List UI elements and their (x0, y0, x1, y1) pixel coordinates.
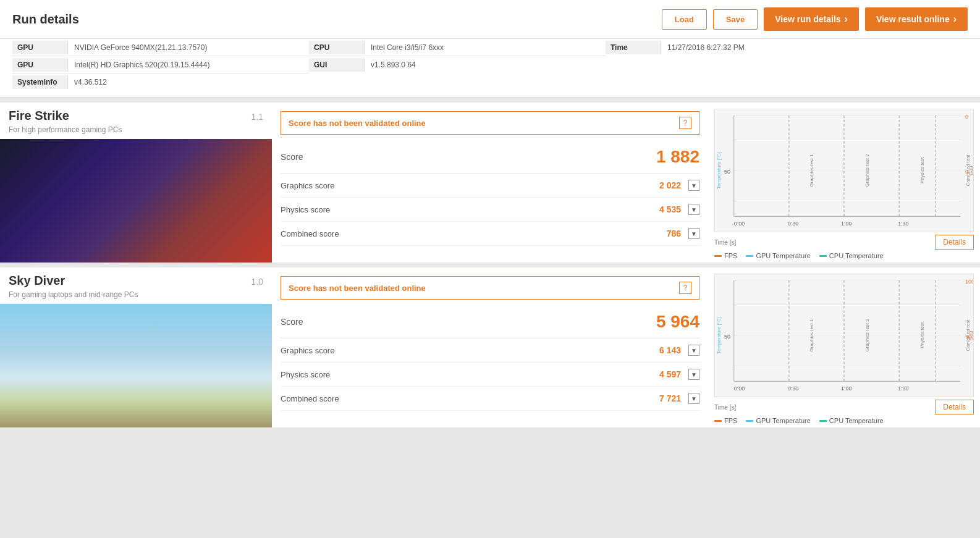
view-run-details-button[interactable]: View run details › (764, 7, 859, 31)
svg-text:Graphics test 2: Graphics test 2 (864, 154, 870, 187)
score-row-right: 2 022 ▼ (659, 180, 699, 191)
score-question-mark[interactable]: ? (679, 282, 691, 294)
svg-text:Graphics test 1: Graphics test 1 (809, 319, 815, 352)
bench-version-skydiver: 1.0 (251, 277, 263, 287)
legend-color (714, 255, 722, 257)
sysinfo-col-1: GPUNVIDIA GeForce 940MX(21.21.13.7570)GP… (12, 39, 309, 91)
save-button[interactable]: Save (713, 9, 758, 30)
legend-label: GPU Temperature (756, 417, 810, 424)
legend-item: CPU Temperature (819, 252, 884, 259)
page-title: Run details (12, 12, 662, 27)
legend-label: FPS (724, 252, 737, 259)
legend-item: FPS (714, 252, 737, 259)
score-row-label: Physics score (281, 370, 330, 379)
sysinfo-value: v4.36.512 (68, 75, 113, 89)
view-result-online-button[interactable]: View result online › (865, 7, 968, 31)
bench-image-skydiver (0, 304, 272, 427)
legend-color (746, 255, 753, 257)
legend-item: FPS (714, 417, 737, 424)
svg-text:0:30: 0:30 (788, 385, 798, 392)
sysinfo-key: Time (606, 41, 661, 54)
score-row-label: Physics score (281, 205, 330, 214)
score-validation-text: Score has not been validated online (289, 284, 426, 293)
chart-svg-firestrike: Graphics test 1 Graphics test 2 Physics … (715, 109, 973, 232)
score-not-validated-skydiver: Score has not been validated online ? (281, 276, 699, 300)
system-info: GPUNVIDIA GeForce 940MX(21.21.13.7570)GP… (0, 39, 980, 98)
score-question-mark[interactable]: ? (679, 117, 691, 129)
score-expand-button[interactable]: ▼ (688, 393, 699, 404)
benchmark-section-firestrike: Fire Strike 1.1 For high performance gam… (0, 103, 980, 263)
sysinfo-grid: GPUNVIDIA GeForce 940MX(21.21.13.7570)GP… (12, 39, 968, 91)
svg-text:Temperature [°C]: Temperature [°C] (716, 317, 722, 354)
bench-chart-panel-firestrike: Graphics test 1 Graphics test 2 Physics … (708, 103, 980, 263)
svg-text:Graphics test 2: Graphics test 2 (864, 319, 870, 351)
score-row-right: 6 143 ▼ (659, 345, 699, 356)
svg-text:1:30: 1:30 (898, 385, 908, 392)
sysinfo-value: Intel(R) HD Graphics 520(20.19.15.4444) (68, 58, 216, 72)
details-button-firestrike[interactable]: Details (935, 235, 974, 250)
sysinfo-row: SystemInfov4.36.512 (12, 74, 309, 91)
score-row: Combined score 7 721 ▼ (281, 387, 699, 411)
details-button-skydiver[interactable]: Details (935, 400, 974, 414)
sysinfo-value: NVIDIA GeForce 940MX(21.21.13.7570) (68, 41, 213, 54)
score-expand-button[interactable]: ▼ (688, 180, 699, 191)
sysinfo-row: GPUNVIDIA GeForce 940MX(21.21.13.7570) (12, 39, 309, 56)
svg-text:Physics test: Physics test (919, 322, 925, 348)
score-row-label: Combined score (281, 229, 339, 238)
sysinfo-value: 11/27/2016 6:27:32 PM (661, 41, 751, 54)
bench-left-firestrike: Fire Strike 1.1 For high performance gam… (0, 103, 272, 263)
chart-container-firestrike: Graphics test 1 Graphics test 2 Physics … (714, 109, 974, 232)
svg-text:50: 50 (965, 334, 971, 340)
header-buttons: Load Save View run details › View result… (662, 7, 968, 31)
chart-svg-skydiver: Graphics test 1 Graphics test 2 Physics … (715, 274, 973, 397)
header: Run details Load Save View run details ›… (0, 0, 980, 39)
score-row-right: 7 721 ▼ (659, 393, 699, 404)
sysinfo-row: CPUIntel Core i3/i5/i7 6xxx (309, 39, 606, 56)
bench-subtitle-firestrike: For high performance gaming PCs (0, 125, 272, 139)
sysinfo-col-2: CPUIntel Core i3/i5/i7 6xxxGUIv1.5.893.0… (309, 39, 606, 91)
svg-text:Physics test: Physics test (919, 157, 925, 183)
score-expand-button[interactable]: ▼ (688, 228, 699, 239)
score-row-right: 4 597 ▼ (659, 369, 699, 380)
score-validation-text: Score has not been validated online (289, 119, 426, 128)
sysinfo-key: GPU (12, 41, 68, 54)
legend-item: GPU Temperature (746, 252, 810, 259)
bench-score-panel-skydiver: Score has not been validated online ? Sc… (272, 267, 708, 427)
score-main-value: 5 964 (656, 312, 699, 332)
sysinfo-row: GUIv1.5.893.0 64 (309, 56, 606, 74)
chart-bottom-skydiver: Time [s] Details (714, 397, 974, 417)
score-main-value: 1 882 (656, 147, 699, 167)
score-row-right: 786 ▼ (667, 228, 699, 239)
sysinfo-row: Time11/27/2016 6:27:32 PM (606, 39, 968, 56)
score-row-value: 786 (667, 229, 681, 238)
sysinfo-key: SystemInfo (12, 75, 68, 89)
bench-header-firestrike: Fire Strike 1.1 (0, 103, 272, 125)
legend-item: CPU Temperature (819, 417, 884, 424)
legend-color (714, 420, 722, 422)
chart-bottom-firestrike: Time [s] Details (714, 232, 974, 252)
legend-label: CPU Temperature (829, 417, 884, 424)
legend-color (746, 420, 753, 422)
score-expand-button[interactable]: ▼ (688, 345, 699, 356)
svg-text:0:00: 0:00 (734, 385, 745, 392)
score-expand-button[interactable]: ▼ (688, 204, 699, 215)
legend-item: GPU Temperature (746, 417, 810, 424)
sysinfo-row: GPUIntel(R) HD Graphics 520(20.19.15.444… (12, 56, 309, 74)
bench-title-skydiver: Sky Diver (9, 274, 65, 288)
score-row-value: 4 535 (659, 204, 681, 214)
svg-text:1:00: 1:00 (841, 221, 851, 227)
score-row-right: 4 535 ▼ (659, 204, 699, 215)
score-row-value: 7 721 (659, 393, 681, 403)
sysinfo-value: Intel Core i3/i5/i7 6xxx (365, 41, 450, 54)
load-button[interactable]: Load (662, 9, 707, 30)
bench-image-firestrike (0, 139, 272, 263)
score-row: Combined score 786 ▼ (281, 222, 699, 246)
svg-text:0:00: 0:00 (734, 221, 745, 227)
benchmark-section-skydiver: Sky Diver 1.0 For gaming laptops and mid… (0, 267, 980, 427)
x-axis-label: Time [s] (714, 404, 736, 411)
score-expand-button[interactable]: ▼ (688, 369, 699, 380)
score-row: Physics score 4 597 ▼ (281, 363, 699, 387)
score-row-value: 6 143 (659, 345, 681, 355)
svg-text:0: 0 (965, 169, 968, 175)
svg-text:50: 50 (724, 334, 730, 340)
